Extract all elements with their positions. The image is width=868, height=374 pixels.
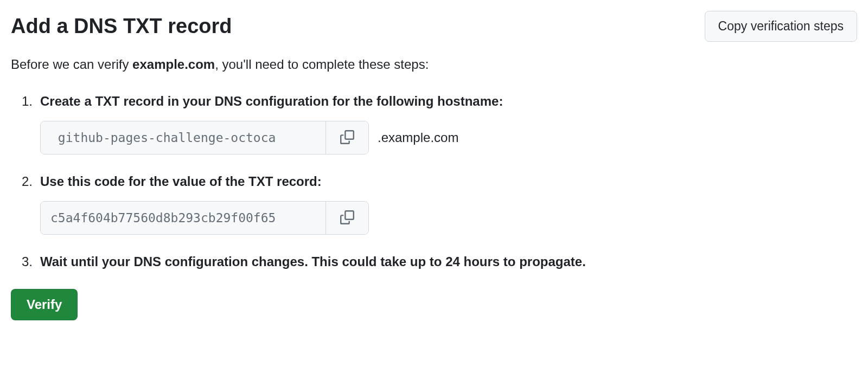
txt-code-copy-field bbox=[40, 201, 369, 235]
page-title: Add a DNS TXT record bbox=[11, 15, 232, 38]
hostname-domain-suffix: .example.com bbox=[378, 130, 458, 145]
hostname-copy-field bbox=[40, 121, 369, 154]
copy-hostname-button[interactable] bbox=[326, 121, 368, 154]
step-3: Wait until your DNS configuration change… bbox=[22, 254, 857, 269]
step-2: Use this code for the value of the TXT r… bbox=[22, 174, 857, 235]
intro-domain: example.com bbox=[132, 57, 215, 72]
copy-icon bbox=[340, 210, 354, 226]
copy-verification-steps-button[interactable]: Copy verification steps bbox=[705, 11, 857, 42]
step-1-heading: Create a TXT record in your DNS configur… bbox=[40, 94, 857, 109]
copy-icon bbox=[340, 130, 354, 146]
txt-code-input[interactable] bbox=[41, 202, 326, 234]
copy-txt-code-button[interactable] bbox=[326, 202, 368, 234]
verify-button[interactable]: Verify bbox=[11, 289, 78, 320]
intro-after: , you'll need to complete these steps: bbox=[215, 57, 429, 72]
step-2-heading: Use this code for the value of the TXT r… bbox=[40, 174, 857, 189]
intro-text: Before we can verify example.com, you'll… bbox=[11, 57, 857, 72]
hostname-input[interactable] bbox=[41, 121, 326, 154]
steps-list: Create a TXT record in your DNS configur… bbox=[11, 94, 857, 269]
step-1: Create a TXT record in your DNS configur… bbox=[22, 94, 857, 154]
step-3-heading: Wait until your DNS configuration change… bbox=[40, 254, 857, 269]
intro-before: Before we can verify bbox=[11, 57, 132, 72]
